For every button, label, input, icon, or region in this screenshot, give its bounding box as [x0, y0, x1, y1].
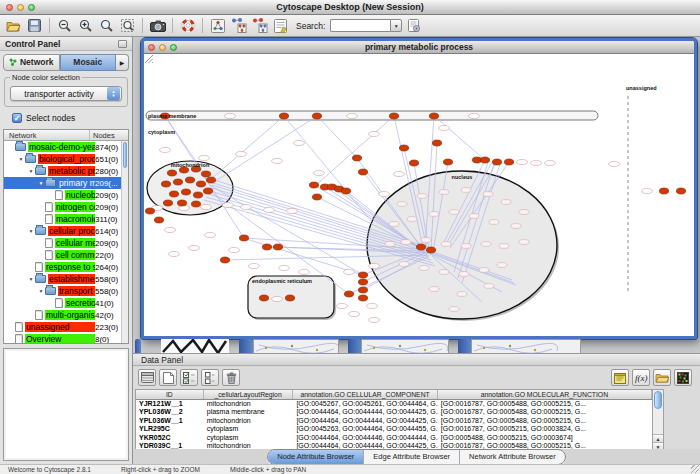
graph-node[interactable] [358, 272, 367, 278]
help-button[interactable] [178, 17, 197, 35]
background-window-fragment[interactable] [135, 339, 141, 353]
node-label-oval[interactable] [369, 317, 380, 322]
table-cell[interactable]: [GO:0045267, GO:0045261, GO:0044464, G..… [293, 400, 437, 408]
unselect-attributes-button[interactable] [201, 369, 219, 386]
table-cell[interactable]: [GO:0005488, GO:0005215, GO:0003674] [438, 434, 652, 442]
tree-row[interactable]: nitrogen compo209(0) [4, 201, 128, 213]
node-label-oval[interactable] [299, 269, 310, 274]
node-label-oval[interactable] [479, 268, 489, 273]
select-nodes-checkbox[interactable]: ✓ [12, 113, 22, 123]
graph-node[interactable] [432, 140, 441, 146]
graph-node[interactable] [262, 244, 271, 250]
tab-node-attribute-browser[interactable]: Node Attribute Browser [268, 450, 363, 464]
node-label-oval[interactable] [160, 147, 171, 152]
node-label-oval[interactable] [223, 202, 234, 207]
minimize-network-window-icon[interactable] [159, 44, 166, 51]
search-input[interactable] [330, 19, 390, 32]
tree-row[interactable]: cell communicat22(0) [4, 249, 128, 261]
table-cell[interactable]: plasma membrane [204, 408, 294, 416]
node-label-oval[interactable] [179, 205, 190, 210]
snapshot-button[interactable] [148, 17, 167, 35]
table-cell[interactable]: [GO:0044464, GO:0044444, GO:0044425, G..… [293, 417, 437, 425]
graph-node[interactable] [676, 188, 685, 194]
node-label-oval[interactable] [379, 191, 390, 196]
tree-row[interactable]: mosaic-demo-yeast874(0) [4, 141, 128, 153]
tree-row[interactable]: multi-organism pro42(0) [4, 309, 128, 321]
layout-red-button[interactable] [250, 17, 269, 35]
graph-node[interactable] [344, 291, 353, 297]
node-label-oval[interactable] [429, 212, 439, 217]
node-label-oval[interactable] [461, 188, 471, 193]
zoom-out-button[interactable] [55, 17, 74, 35]
tree-column-nodes[interactable]: Nodes [90, 130, 128, 140]
graph-node[interactable] [167, 170, 176, 176]
create-attribute-button[interactable] [159, 369, 177, 386]
tab-edge-attribute-browser[interactable]: Edge Attribute Browser [363, 450, 459, 464]
tree-row[interactable]: cellular metabo209(0) [4, 237, 128, 249]
expand-triangle-icon[interactable]: ▼ [27, 168, 35, 174]
tree-row[interactable]: ▼metabolic process280(0) [4, 165, 128, 177]
node-label-oval[interactable] [519, 240, 529, 245]
app-resize-grip[interactable] [691, 465, 699, 473]
tree-row[interactable]: Overview8(0) [4, 333, 128, 343]
node-label-oval[interactable] [497, 263, 507, 268]
graph-node[interactable] [285, 295, 294, 301]
table-cell[interactable]: [GO:0016787, GO:0005488, GO:0005215, G..… [438, 417, 652, 425]
function-builder-button[interactable]: f(x) [632, 369, 650, 386]
node-label-oval[interactable] [169, 251, 180, 256]
node-label-oval[interactable] [249, 263, 260, 268]
node-label-oval[interactable] [272, 158, 283, 163]
graph-node[interactable] [206, 177, 215, 183]
node-label-oval[interactable] [279, 265, 290, 270]
graph-node[interactable] [279, 113, 288, 119]
table-cell[interactable]: [GO:0016787, GO:0005488, GO:0005215, G..… [438, 400, 652, 408]
node-label-oval[interactable] [401, 240, 411, 245]
node-label-oval[interactable] [369, 263, 380, 268]
network-canvas[interactable]: plasma membranecytoplasmmitochondrionnuc… [144, 54, 694, 336]
tree-row[interactable]: ▼biological_process651(0) [4, 153, 128, 165]
expand-triangle-icon[interactable]: ▼ [27, 276, 35, 282]
table-row[interactable]: YPL036W__1mitochondrion[GO:0044464, GO:0… [136, 417, 652, 425]
delete-attribute-button[interactable] [222, 369, 240, 386]
graph-node[interactable] [426, 247, 435, 253]
node-label-oval[interactable] [385, 242, 395, 247]
node-label-oval[interactable] [449, 307, 459, 312]
tree-row[interactable]: nucleobase-209(0) [4, 189, 128, 201]
node-label-oval[interactable] [369, 131, 380, 136]
node-label-oval[interactable] [481, 242, 491, 247]
graph-node[interactable] [173, 179, 182, 185]
node-label-oval[interactable] [225, 113, 236, 118]
node-label-oval[interactable] [501, 200, 511, 205]
node-label-oval[interactable] [439, 125, 450, 130]
node-label-oval[interactable] [201, 204, 212, 209]
birds-eye-view[interactable] [3, 348, 129, 461]
table-column-header[interactable]: annotation.GO CELLULAR_COMPONENT [293, 390, 437, 399]
node-label-oval[interactable] [397, 202, 407, 207]
node-label-oval[interactable] [545, 160, 556, 165]
node-label-oval[interactable] [429, 287, 439, 292]
background-window-fragment[interactable] [471, 339, 581, 353]
node-label-oval[interactable] [294, 140, 305, 145]
graph-node[interactable] [196, 181, 205, 187]
node-label-oval[interactable] [417, 194, 427, 199]
graph-edge[interactable] [317, 116, 357, 158]
zoom-network-window-icon[interactable] [170, 44, 177, 51]
table-cell[interactable]: [GO:0045263, GO:0044464, GO:0044455, G..… [293, 425, 437, 433]
window-resize-grip[interactable] [144, 54, 154, 64]
tab-overflow-arrow-icon[interactable]: ▶ [116, 54, 129, 71]
table-cell[interactable]: YJR121W__1 [136, 400, 204, 408]
expand-triangle-icon[interactable]: ▼ [37, 288, 45, 294]
node-label-oval[interactable] [344, 269, 355, 274]
notepad-button[interactable] [611, 369, 629, 386]
node-label-oval[interactable] [165, 227, 176, 232]
table-cell[interactable]: YPL036W__1 [136, 417, 204, 425]
select-attributes-button[interactable] [180, 369, 198, 386]
table-scrollbar[interactable]: ▲ ▼ [653, 389, 664, 451]
node-label-oval[interactable] [449, 210, 459, 215]
node-color-select[interactable]: transporter activity ▲▼ [10, 86, 122, 101]
layout-blue-button[interactable] [229, 17, 248, 35]
graph-node[interactable] [191, 201, 200, 207]
close-window-icon[interactable] [6, 4, 13, 11]
table-row[interactable]: YJR121W__1mitochondrion[GO:0045267, GO:0… [136, 400, 652, 408]
node-label-oval[interactable] [421, 238, 431, 243]
